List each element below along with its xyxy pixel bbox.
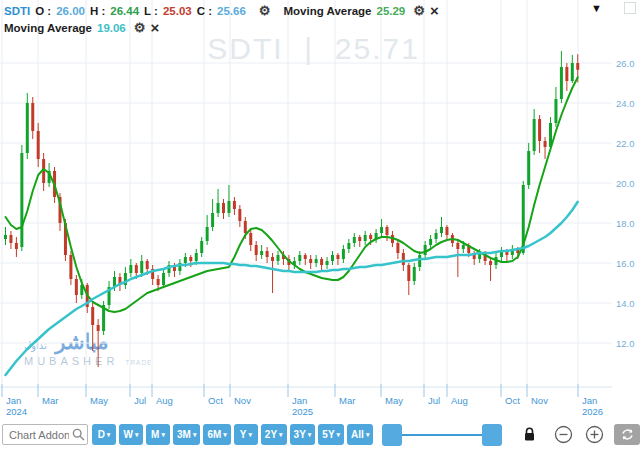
- legend: SDTI O : 26.00 H : 26.44 L : 25.03 C : 2…: [4, 2, 444, 36]
- ma1-value: 25.29: [376, 5, 405, 17]
- y-axis-tick-label: 16.0: [616, 258, 635, 269]
- y-axis-tick-label: 26.0: [616, 58, 635, 69]
- grid-layer: [0, 0, 612, 387]
- caret-down-icon: ▾: [279, 431, 283, 439]
- zoom-out-icon[interactable]: [554, 425, 573, 444]
- x-axis-month-label: Aug: [156, 395, 173, 406]
- caret-down-icon: ▾: [135, 431, 139, 439]
- ma2-remove-icon[interactable]: ×: [150, 22, 159, 33]
- y-axis-tick-label: 22.0: [616, 138, 635, 149]
- ma2-value: 19.06: [97, 22, 126, 34]
- series-settings-gear-icon[interactable]: ⚙: [259, 3, 271, 18]
- caret-down-icon: ▾: [161, 431, 165, 439]
- y-axis-tick-label: 14.0: [616, 298, 635, 309]
- top-right-controls: ▼: [591, 2, 636, 14]
- chart-application: SDTI | 25.71 مباشر تداول MUBASHER TRADE …: [0, 0, 640, 449]
- x-axis-month-label: Jan: [6, 395, 21, 406]
- ma1-settings-gear-icon[interactable]: ⚙: [413, 3, 425, 18]
- period-button-5y[interactable]: 5Y▾: [318, 424, 344, 445]
- x-axis-month-label: Jul: [134, 395, 146, 406]
- range-slider[interactable]: [382, 424, 502, 446]
- x-axis-month-label: Oct: [505, 395, 520, 406]
- ma2-settings-gear-icon[interactable]: ⚙: [134, 20, 146, 35]
- x-axis-month-label: Jul: [428, 395, 440, 406]
- period-buttons: D▾ W▾ M▾ 3M▾ 6M▾ Y▾ 2Y▾ 3Y▾ 5Y▾ All▾: [92, 424, 373, 445]
- period-button-6m[interactable]: 6M▾: [203, 424, 230, 445]
- close-value: 25.66: [217, 5, 246, 17]
- ma1-label: Moving Average: [284, 5, 372, 17]
- candles-layer: [4, 51, 579, 367]
- close-label: C :: [197, 5, 212, 17]
- caret-down-icon: ▾: [337, 431, 341, 439]
- search-icon[interactable]: [72, 428, 85, 441]
- x-axis-month-label: May: [90, 395, 108, 406]
- period-button-w[interactable]: W▾: [119, 424, 143, 445]
- expand-box-icon[interactable]: [624, 2, 636, 14]
- refresh-icon: [621, 428, 634, 441]
- bottom-toolbar: D▾ W▾ M▾ 3M▾ 6M▾ Y▾ 2Y▾ 3Y▾ 5Y▾ All▾: [0, 420, 640, 449]
- chart-menu-dropdown-icon[interactable]: ▼: [591, 2, 602, 14]
- moving-average-short-line[interactable]: [6, 77, 578, 312]
- range-slider-left-handle[interactable]: [382, 424, 402, 446]
- x-axis-month-label: Nov: [531, 395, 548, 406]
- caret-down-icon: ▾: [193, 431, 197, 439]
- low-label: L :: [144, 5, 158, 17]
- x-axis-month-label: Mar: [42, 395, 58, 406]
- open-value: 26.00: [56, 5, 85, 17]
- x-axis-year-label: 2026: [582, 406, 603, 417]
- price-chart-svg[interactable]: 26.024.022.020.018.016.014.012.0Jan2024M…: [0, 0, 640, 420]
- low-value: 25.03: [163, 5, 192, 17]
- x-axis-month-label: Nov: [234, 395, 251, 406]
- ma2-label: Moving Average: [4, 22, 92, 34]
- ma1-remove-icon[interactable]: ×: [430, 5, 439, 16]
- caret-down-icon: ▾: [248, 431, 252, 439]
- range-slider-right-handle[interactable]: [482, 424, 502, 446]
- caret-down-icon: ▾: [107, 431, 111, 439]
- caret-down-icon: ▾: [223, 431, 227, 439]
- y-axis-tick-label: 18.0: [616, 218, 635, 229]
- y-axis-tick-label: 12.0: [616, 338, 635, 349]
- x-axis-year-label: 2024: [6, 406, 27, 417]
- legend-row-series: SDTI O : 26.00 H : 26.44 L : 25.03 C : 2…: [4, 2, 444, 19]
- zoom-in-icon[interactable]: [585, 425, 604, 444]
- period-button-m[interactable]: M▾: [146, 424, 170, 445]
- period-button-all[interactable]: All▾: [347, 424, 373, 445]
- x-axis-month-label: May: [385, 395, 403, 406]
- x-axis-year-label: 2025: [292, 406, 313, 417]
- caret-down-icon: ▾: [308, 431, 312, 439]
- moving-average-long-line[interactable]: [6, 202, 578, 375]
- caret-down-icon: ▾: [366, 431, 370, 439]
- period-button-2y[interactable]: 2Y▾: [261, 424, 287, 445]
- period-button-y[interactable]: Y▾: [234, 424, 258, 445]
- refresh-button[interactable]: [614, 424, 640, 445]
- chart-addon-search: [2, 424, 88, 445]
- lock-icon[interactable]: [523, 427, 536, 442]
- x-axis-month-label: Mar: [339, 395, 355, 406]
- x-axis-month-label: Oct: [208, 395, 223, 406]
- high-value: 26.44: [110, 5, 139, 17]
- symbol-label: SDTI: [4, 5, 30, 17]
- axis-labels-layer: 26.024.022.020.018.016.014.012.0Jan2024M…: [2, 58, 635, 418]
- y-axis-tick-label: 24.0: [616, 98, 635, 109]
- x-axis-month-label: Jan: [292, 395, 307, 406]
- open-label: O :: [35, 5, 51, 17]
- x-axis-month-label: Aug: [451, 395, 468, 406]
- y-axis-tick-label: 20.0: [616, 178, 635, 189]
- period-button-3m[interactable]: 3M▾: [173, 424, 200, 445]
- x-axis-month-label: Jan: [582, 395, 597, 406]
- period-button-3y[interactable]: 3Y▾: [290, 424, 316, 445]
- high-label: H :: [90, 5, 105, 17]
- legend-row-ma2: Moving Average 19.06 ⚙ ×: [4, 19, 444, 36]
- period-button-d[interactable]: D▾: [92, 424, 116, 445]
